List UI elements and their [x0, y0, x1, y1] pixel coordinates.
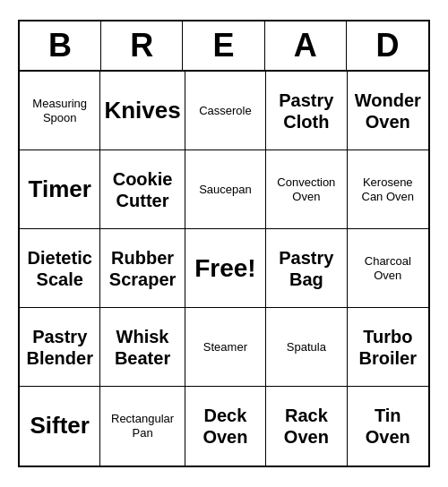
bingo-cell-4[interactable]: Wonder Oven — [348, 72, 428, 150]
bingo-cell-12[interactable]: Free! — [185, 229, 266, 308]
bingo-cell-22[interactable]: Deck Oven — [185, 387, 266, 466]
header-letter-d: D — [347, 21, 428, 70]
cell-text-18: Spatula — [287, 340, 326, 355]
bingo-cell-1[interactable]: Knives — [100, 72, 185, 150]
bingo-cell-15[interactable]: Pastry Blender — [20, 308, 100, 387]
bingo-cell-23[interactable]: Rack Oven — [266, 387, 347, 466]
cell-text-2: Casserole — [199, 104, 252, 118]
cell-text-20: Sifter — [30, 412, 89, 440]
bingo-cell-16[interactable]: Whisk Beater — [100, 308, 185, 387]
cell-text-17: Steamer — [203, 340, 247, 355]
bingo-cell-14[interactable]: Charcoal Oven — [348, 229, 428, 308]
bingo-cell-21[interactable]: Rectangular Pan — [100, 387, 185, 466]
bingo-cell-20[interactable]: Sifter — [20, 387, 100, 466]
cell-text-7: Saucepan — [199, 183, 252, 197]
cell-text-24: Tin Oven — [351, 405, 425, 448]
cell-text-5: Timer — [29, 175, 91, 203]
bingo-cell-5[interactable]: Timer — [20, 150, 100, 229]
header-letter-a: A — [265, 21, 347, 70]
cell-text-1: Knives — [104, 97, 180, 124]
cell-text-12: Free! — [194, 253, 255, 284]
cell-text-3: Pastry Cloth — [270, 90, 342, 132]
bingo-cell-13[interactable]: Pastry Bag — [266, 229, 347, 308]
cell-text-21: Rectangular Pan — [104, 412, 180, 440]
bingo-cell-18[interactable]: Spatula — [266, 308, 347, 387]
bingo-cell-17[interactable]: Steamer — [185, 308, 266, 387]
bingo-cell-8[interactable]: Convection Oven — [266, 150, 347, 229]
grid: Measuring SpoonKnivesCasserolePastry Clo… — [20, 72, 428, 466]
cell-text-6: Cookie Cutter — [104, 168, 180, 211]
cell-text-16: Whisk Beater — [104, 326, 180, 369]
bingo-cell-2[interactable]: Casserole — [185, 72, 266, 150]
bingo-cell-3[interactable]: Pastry Cloth — [266, 72, 347, 150]
bingo-cell-11[interactable]: Rubber Scraper — [100, 229, 185, 308]
cell-text-22: Deck Oven — [189, 405, 262, 448]
cell-text-15: Pastry Blender — [23, 326, 96, 369]
cell-text-9: Kerosene Can Oven — [351, 175, 425, 203]
bingo-cell-19[interactable]: Turbo Broiler — [348, 308, 428, 387]
bingo-cell-6[interactable]: Cookie Cutter — [100, 150, 185, 229]
cell-text-0: Measuring Spoon — [23, 97, 96, 124]
bingo-cell-10[interactable]: Dietetic Scale — [20, 229, 100, 308]
header-letter-e: E — [183, 21, 264, 70]
bingo-cell-7[interactable]: Saucepan — [185, 150, 266, 229]
cell-text-23: Rack Oven — [270, 405, 342, 448]
cell-text-13: Pastry Bag — [270, 247, 342, 290]
bingo-card: BREAD Measuring SpoonKnivesCasserolePast… — [18, 20, 430, 467]
bingo-cell-9[interactable]: Kerosene Can Oven — [348, 150, 428, 229]
cell-text-8: Convection Oven — [270, 175, 342, 203]
cell-text-10: Dietetic Scale — [23, 247, 96, 290]
cell-text-11: Rubber Scraper — [104, 247, 180, 290]
bingo-cell-24[interactable]: Tin Oven — [348, 387, 428, 466]
header-row: BREAD — [20, 21, 428, 72]
header-letter-b: B — [20, 21, 101, 70]
cell-text-19: Turbo Broiler — [351, 326, 425, 369]
header-letter-r: R — [101, 21, 183, 70]
cell-text-4: Wonder Oven — [351, 90, 425, 132]
cell-text-14: Charcoal Oven — [351, 254, 425, 282]
bingo-cell-0[interactable]: Measuring Spoon — [20, 72, 100, 150]
